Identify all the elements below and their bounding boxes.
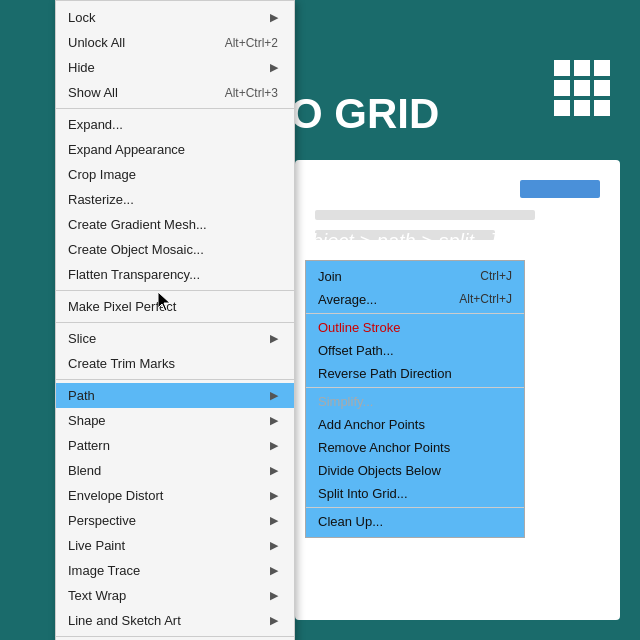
menu-flatten-label: Flatten Transparency... [68, 267, 200, 282]
menu-item-lock[interactable]: Lock ▶ [56, 5, 294, 30]
path-offset-label: Offset Path... [318, 343, 394, 358]
path-submenu-cleanup[interactable]: Clean Up... [306, 510, 524, 533]
grid-cell [574, 100, 590, 116]
menu-item-blend[interactable]: Blend ▶ [56, 458, 294, 483]
path-submenu-reverse[interactable]: Reverse Path Direction [306, 362, 524, 385]
menu-rasterize-label: Rasterize... [68, 192, 134, 207]
menu-item-perspective[interactable]: Perspective ▶ [56, 508, 294, 533]
menu-trim-marks-label: Create Trim Marks [68, 356, 175, 371]
menu-item-show-all[interactable]: Show All Alt+Ctrl+3 [56, 80, 294, 105]
menu-sep-2 [56, 290, 294, 291]
menu-item-image-trace[interactable]: Image Trace ▶ [56, 558, 294, 583]
path-sep-1 [306, 313, 524, 314]
menu-path-arrow: ▶ [270, 389, 278, 402]
menu-slice-label: Slice [68, 331, 96, 346]
menu-blend-arrow: ▶ [270, 464, 278, 477]
menu-text-wrap-arrow: ▶ [270, 589, 278, 602]
menu-hide-label: Hide [68, 60, 95, 75]
bottom-text: ting layouts with perfectly rs. [295, 546, 620, 580]
menu-item-pattern[interactable]: Pattern ▶ [56, 433, 294, 458]
menu-shape-arrow: ▶ [270, 414, 278, 427]
path-submenu-split-grid[interactable]: Split Into Grid... [306, 482, 524, 505]
menu-perspective-label: Perspective [68, 513, 136, 528]
path-submenu-join[interactable]: Join Ctrl+J [306, 265, 524, 288]
menu-item-gradient-mesh[interactable]: Create Gradient Mesh... [56, 212, 294, 237]
menu-item-flatten[interactable]: Flatten Transparency... [56, 262, 294, 287]
menu-item-shape[interactable]: Shape ▶ [56, 408, 294, 433]
menu-item-trim-marks[interactable]: Create Trim Marks [56, 351, 294, 376]
path-submenu: Join Ctrl+J Average... Alt+Ctrl+J Outlin… [305, 260, 525, 538]
grid-cell [574, 80, 590, 96]
menu-item-object-mosaic[interactable]: Create Object Mosaic... [56, 237, 294, 262]
path-average-label: Average... [318, 292, 377, 307]
menu-path-label: Path [68, 388, 95, 403]
path-submenu-divide[interactable]: Divide Objects Below [306, 459, 524, 482]
menu-item-text-wrap[interactable]: Text Wrap ▶ [56, 583, 294, 608]
grid-cell [594, 80, 610, 96]
path-submenu-offset[interactable]: Offset Path... [306, 339, 524, 362]
menu-sep-5 [56, 636, 294, 637]
menu-unlock-shortcut: Alt+Ctrl+2 [225, 36, 278, 50]
grid-cell [554, 100, 570, 116]
page-title: O GRID [290, 90, 439, 138]
menu-item-hide[interactable]: Hide ▶ [56, 55, 294, 80]
menu-pattern-label: Pattern [68, 438, 110, 453]
menu-item-expand-appearance[interactable]: Expand Appearance [56, 137, 294, 162]
menu-item-rasterize[interactable]: Rasterize... [56, 187, 294, 212]
grid-cell [554, 80, 570, 96]
menu-envelope-arrow: ▶ [270, 489, 278, 502]
path-divide-label: Divide Objects Below [318, 463, 441, 478]
menu-sketch-art-label: Line and Sketch Art [68, 613, 181, 628]
menu-item-live-paint[interactable]: Live Paint ▶ [56, 533, 294, 558]
path-submenu-add-anchor[interactable]: Add Anchor Points [306, 413, 524, 436]
path-reverse-label: Reverse Path Direction [318, 366, 452, 381]
path-submenu-average[interactable]: Average... Alt+Ctrl+J [306, 288, 524, 311]
grid-cell [554, 60, 570, 76]
menu-expand-appearance-label: Expand Appearance [68, 142, 185, 157]
menu-item-sketch-art[interactable]: Line and Sketch Art ▶ [56, 608, 294, 633]
menu-item-pixel-perfect[interactable]: Make Pixel Perfect [56, 294, 294, 319]
menu-text-wrap-label: Text Wrap [68, 588, 126, 603]
menu-crop-image-label: Crop Image [68, 167, 136, 182]
path-submenu-outline[interactable]: Outline Stroke [306, 316, 524, 339]
menu-pixel-perfect-label: Make Pixel Perfect [68, 299, 176, 314]
path-join-label: Join [318, 269, 342, 284]
menu-item-unlock-all[interactable]: Unlock All Alt+Ctrl+2 [56, 30, 294, 55]
grid-cell [574, 60, 590, 76]
menu-sep-3 [56, 322, 294, 323]
context-menu: Lock ▶ Unlock All Alt+Ctrl+2 Hide ▶ Show… [55, 0, 295, 640]
path-split-grid-label: Split Into Grid... [318, 486, 408, 501]
menu-sketch-art-arrow: ▶ [270, 614, 278, 627]
bottom-text-line1: ting layouts with perfectly [295, 546, 620, 563]
menu-expand-label: Expand... [68, 117, 123, 132]
grid-icon [554, 60, 610, 116]
menu-blend-label: Blend [68, 463, 101, 478]
menu-item-slice[interactable]: Slice ▶ [56, 326, 294, 351]
menu-unlock-label: Unlock All [68, 35, 125, 50]
path-simplify-label: Simplify... [318, 394, 373, 409]
menu-item-expand[interactable]: Expand... [56, 112, 294, 137]
gray-line-1 [315, 210, 535, 220]
menu-show-all-shortcut: Alt+Ctrl+3 [225, 86, 278, 100]
path-remove-anchor-label: Remove Anchor Points [318, 440, 450, 455]
menu-shape-label: Shape [68, 413, 106, 428]
blue-bar [520, 180, 600, 198]
grid-cell [594, 100, 610, 116]
path-outline-label: Outline Stroke [318, 320, 400, 335]
menu-item-crop-image[interactable]: Crop Image [56, 162, 294, 187]
bottom-text-line2: rs. [295, 563, 620, 580]
path-sep-2 [306, 387, 524, 388]
path-join-shortcut: Ctrl+J [480, 269, 512, 284]
path-sep-3 [306, 507, 524, 508]
menu-sep-1 [56, 108, 294, 109]
menu-perspective-arrow: ▶ [270, 514, 278, 527]
menu-item-path[interactable]: Path ▶ [56, 383, 294, 408]
menu-show-all-label: Show All [68, 85, 118, 100]
path-average-shortcut: Alt+Ctrl+J [459, 292, 512, 307]
menu-lock-arrow: ▶ [270, 11, 278, 24]
menu-image-trace-label: Image Trace [68, 563, 140, 578]
menu-item-envelope[interactable]: Envelope Distort ▶ [56, 483, 294, 508]
path-submenu-remove-anchor[interactable]: Remove Anchor Points [306, 436, 524, 459]
object-path-text: [object > path > split...] [295, 230, 496, 253]
path-submenu-simplify[interactable]: Simplify... [306, 390, 524, 413]
